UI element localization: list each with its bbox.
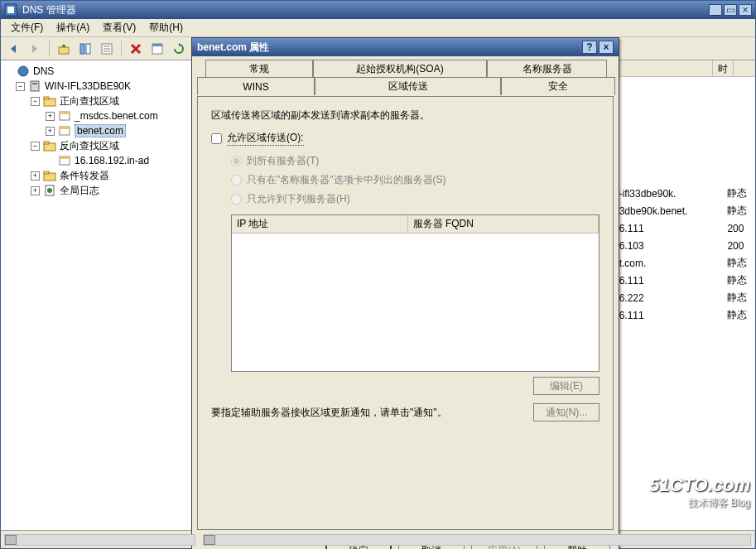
list-row[interactable]: 16.111200 bbox=[614, 219, 755, 237]
minimize-button[interactable]: _ bbox=[709, 4, 722, 16]
properties-button[interactable] bbox=[98, 40, 116, 58]
list-row[interactable]: et.com.静态 bbox=[614, 254, 755, 272]
dialog-title-bar: benet.com 属性 ? × bbox=[192, 38, 619, 56]
opt-listed-servers: 只允许到下列服务器(H) bbox=[231, 192, 600, 206]
svg-rect-7 bbox=[86, 44, 90, 54]
dialog-help-button[interactable]: ? bbox=[582, 41, 597, 54]
list-row[interactable]: n-ifl33dbe90k.静态 bbox=[614, 185, 755, 202]
tree-zone-msdcs[interactable]: + _msdcs.benet.com bbox=[4, 108, 195, 123]
radio-listed-label: 只允许到下列服务器(H) bbox=[247, 192, 350, 206]
collapse-icon[interactable]: − bbox=[31, 142, 40, 151]
tab-general[interactable]: 常规 bbox=[205, 60, 313, 78]
expand-icon[interactable]: + bbox=[46, 112, 55, 121]
svg-rect-15 bbox=[152, 44, 162, 46]
svg-point-33 bbox=[47, 188, 52, 193]
delete-button[interactable] bbox=[127, 40, 145, 58]
expand-icon[interactable]: + bbox=[31, 171, 40, 181]
dialog-title: benet.com 属性 bbox=[197, 41, 580, 55]
maximize-button[interactable]: ▭ bbox=[724, 4, 737, 16]
tree-zone-benet[interactable]: + benet.com bbox=[4, 123, 195, 138]
tab-wins[interactable]: WINS bbox=[197, 77, 315, 95]
allow-zone-transfer-label: 允许区域传送(O): bbox=[227, 131, 304, 146]
menu-bar: 文件(F) 操作(A) 查看(V) 帮助(H) bbox=[1, 19, 755, 37]
allow-zone-transfer-checkbox[interactable]: 允许区域传送(O): bbox=[211, 131, 600, 146]
svg-rect-6 bbox=[80, 44, 84, 54]
h-scrollbar-tree[interactable] bbox=[4, 534, 195, 546]
expand-icon[interactable]: + bbox=[46, 127, 55, 136]
tree-zone-reverse[interactable]: 16.168.192.in-ad bbox=[4, 153, 195, 168]
back-button[interactable] bbox=[4, 40, 22, 58]
main-window: DNS 管理器 _ ▭ × 文件(F) 操作(A) 查看(V) 帮助(H) bbox=[0, 0, 756, 549]
list-row[interactable]: 16.222静态 bbox=[614, 289, 755, 306]
forward-button[interactable] bbox=[26, 40, 44, 58]
tab-strip: 常规 起始授权机构(SOA) 名称服务器 WINS 区域传送 安全 bbox=[197, 60, 614, 96]
col-ip-address: IP 地址 bbox=[232, 215, 408, 233]
tree-forward-zones[interactable]: − 正向查找区域 bbox=[4, 94, 195, 108]
expand-icon[interactable]: + bbox=[31, 186, 40, 195]
svg-rect-19 bbox=[32, 83, 37, 84]
menu-view[interactable]: 查看(V) bbox=[96, 19, 142, 36]
opt-all-servers: 到所有服务器(T) bbox=[231, 154, 600, 168]
zone-transfer-description: 区域传送将区域的副本发送到请求副本的服务器。 bbox=[211, 108, 600, 123]
tab-content: 区域传送将区域的副本发送到请求副本的服务器。 允许区域传送(O): 到所有服务器… bbox=[197, 96, 614, 530]
svg-rect-18 bbox=[31, 81, 39, 91]
up-button[interactable] bbox=[55, 40, 73, 58]
col-server-fqdn: 服务器 FQDN bbox=[408, 215, 599, 233]
tab-soa[interactable]: 起始授权机构(SOA) bbox=[313, 60, 487, 78]
server-list-body bbox=[232, 234, 599, 371]
folder-icon bbox=[43, 94, 56, 108]
radio-ns-tab-label: 只有在"名称服务器"选项卡中列出的服务器(S) bbox=[247, 173, 446, 187]
svg-rect-4 bbox=[59, 47, 69, 54]
properties2-button[interactable] bbox=[148, 40, 166, 58]
menu-action[interactable]: 操作(A) bbox=[50, 19, 96, 36]
tree-root-dns[interactable]: DNS bbox=[4, 64, 195, 79]
app-icon bbox=[4, 3, 17, 17]
folder-icon bbox=[43, 139, 56, 152]
svg-point-17 bbox=[18, 66, 28, 76]
tab-name-servers[interactable]: 名称服务器 bbox=[487, 60, 607, 78]
menu-file[interactable]: 文件(F) bbox=[4, 19, 50, 36]
tree-reverse-zones[interactable]: − 反向查找区域 bbox=[4, 138, 195, 153]
content-area: DNS − WIN-IFL33DBE90K − 正向查找区域 + _msdcs.… bbox=[1, 60, 755, 530]
log-icon bbox=[43, 184, 56, 197]
notify-button: 通知(N)... bbox=[533, 403, 600, 421]
list-row[interactable]: 16.111静态 bbox=[614, 306, 755, 324]
list-row[interactable]: 16.103200 bbox=[614, 237, 755, 254]
transfer-options-group: 到所有服务器(T) 只有在"名称服务器"选项卡中列出的服务器(S) 只允许到下列… bbox=[231, 154, 600, 395]
window-title: DNS 管理器 bbox=[22, 3, 709, 17]
h-scrollbar-list[interactable] bbox=[203, 534, 751, 546]
properties-dialog: benet.com 属性 ? × 常规 起始授权机构(SOA) 名称服务器 WI… bbox=[191, 37, 619, 549]
allow-zone-transfer-input[interactable] bbox=[211, 133, 222, 144]
col-time[interactable]: 时 bbox=[713, 60, 734, 76]
zone-icon bbox=[58, 109, 71, 123]
close-button[interactable]: × bbox=[739, 4, 752, 16]
refresh-button[interactable] bbox=[170, 40, 188, 58]
radio-all-servers-label: 到所有服务器(T) bbox=[247, 154, 319, 168]
show-hide-button[interactable] bbox=[76, 40, 94, 58]
svg-marker-5 bbox=[61, 44, 66, 47]
tab-security[interactable]: 安全 bbox=[501, 77, 615, 95]
list-row[interactable]: 16.111静态 bbox=[614, 272, 755, 289]
folder-icon bbox=[43, 169, 56, 182]
server-icon bbox=[28, 79, 41, 93]
notify-text: 要指定辅助服务器接收区域更新通知，请单击"通知"。 bbox=[211, 406, 522, 420]
svg-rect-25 bbox=[60, 127, 70, 129]
dialog-close-button[interactable]: × bbox=[599, 41, 614, 54]
svg-marker-3 bbox=[32, 45, 37, 53]
radio-ns-tab bbox=[231, 175, 242, 185]
tree-server[interactable]: − WIN-IFL33DBE90K bbox=[4, 79, 195, 94]
server-list-box: IP 地址 服务器 FQDN bbox=[231, 214, 600, 372]
separator bbox=[121, 41, 122, 57]
tab-zone-transfer[interactable]: 区域传送 bbox=[315, 77, 501, 95]
menu-help[interactable]: 帮助(H) bbox=[142, 19, 190, 36]
notify-row: 要指定辅助服务器接收区域更新通知，请单击"通知"。 通知(N)... bbox=[211, 403, 600, 421]
tree-global-logs[interactable]: + 全局日志 bbox=[4, 183, 195, 198]
svg-rect-31 bbox=[44, 171, 49, 174]
collapse-icon[interactable]: − bbox=[31, 97, 40, 106]
list-row[interactable]: 33dbe90k.benet.静态 bbox=[614, 202, 755, 219]
collapse-icon[interactable]: − bbox=[16, 82, 25, 91]
svg-rect-21 bbox=[44, 97, 49, 99]
opt-ns-tab-servers: 只有在"名称服务器"选项卡中列出的服务器(S) bbox=[231, 173, 600, 187]
tree-conditional-forwarders[interactable]: + 条件转发器 bbox=[4, 168, 195, 183]
tree-pane: DNS − WIN-IFL33DBE90K − 正向查找区域 + _msdcs.… bbox=[1, 60, 200, 530]
